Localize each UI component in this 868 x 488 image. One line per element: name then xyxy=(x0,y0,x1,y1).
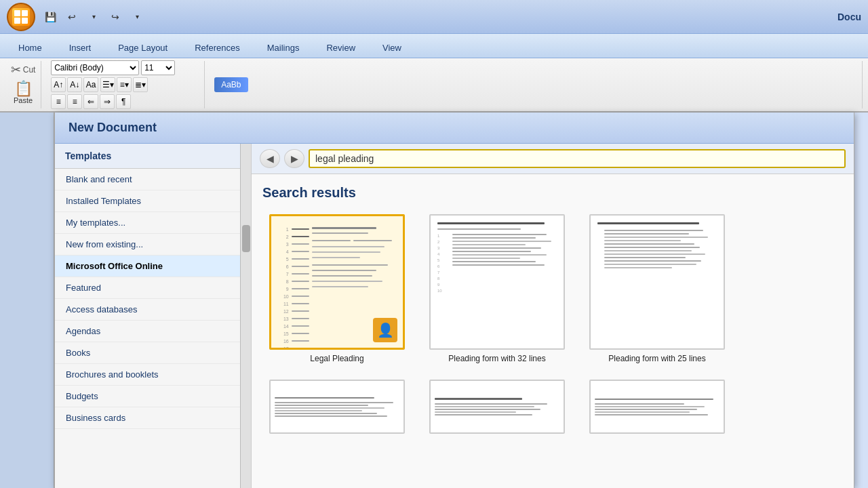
font-controls: Calibri (Body) 11 A↑ A↓ Aa ☰▾ ≡▾ ≣▾ ≡ ≡ … xyxy=(51,60,200,109)
template-card-legal-pleading[interactable]: 1 2 3 4 5 6 7 8 9 xyxy=(262,211,412,366)
align-left-button[interactable]: ≡ xyxy=(51,94,66,109)
main-area: New Document Templates Blank and recent … xyxy=(0,113,868,488)
font-name-select[interactable]: Calibri (Body) xyxy=(51,60,139,75)
template-thumb-legal-pleading: 1 2 3 4 5 6 7 8 9 xyxy=(269,214,405,350)
styles-group: AaBb xyxy=(210,61,863,108)
font-group: Calibri (Body) 11 A↑ A↓ Aa ☰▾ ≡▾ ≣▾ ≡ ≡ … xyxy=(47,61,205,108)
tab-mailings[interactable]: Mailings xyxy=(254,38,313,58)
template-thumb-5 xyxy=(429,380,565,434)
user-badge: 👤 xyxy=(373,318,397,342)
redo-button[interactable]: ↪ xyxy=(106,7,125,26)
tab-page-layout[interactable]: Page Layout xyxy=(105,38,180,58)
undo-button[interactable]: ↩ xyxy=(62,7,81,26)
clipboard-group: ✂ Cut 📋 Paste xyxy=(5,61,41,108)
template-thumb-4 xyxy=(269,380,405,434)
numbering-button[interactable]: ≡▾ xyxy=(117,77,132,92)
cut-button[interactable]: ✂ Cut xyxy=(11,62,36,77)
align-right-button[interactable]: ≡ xyxy=(67,94,82,109)
cut-label: Cut xyxy=(23,65,36,75)
paste-icon: 📋 xyxy=(14,81,33,96)
sidebar-header: Templates xyxy=(55,144,251,169)
template-card-6[interactable] xyxy=(583,377,732,436)
template-thumb-pleading-25 xyxy=(589,214,725,350)
sidebar-item-ms-online[interactable]: Microsoft Office Online xyxy=(55,256,251,277)
template-card-pleading-32[interactable]: 1 2 3 4 5 6 7 8 9 xyxy=(422,211,572,366)
sidebar-item-new-from[interactable]: New from existing... xyxy=(55,234,251,256)
document-left-margin xyxy=(0,113,54,488)
shrink-font-button[interactable]: A↓ xyxy=(67,77,82,92)
panel-title: New Document xyxy=(55,113,854,144)
font-size-buttons: A↑ A↓ Aa xyxy=(51,77,98,92)
sidebar-item-blank[interactable]: Blank and recent xyxy=(55,169,251,190)
bullets-button[interactable]: ☰▾ xyxy=(100,77,115,92)
templates-grid: 1 2 3 4 5 6 7 8 9 xyxy=(262,211,843,436)
quick-access-dropdown[interactable]: ▾ xyxy=(127,7,146,26)
sidebar-item-budgets[interactable]: Budgets xyxy=(55,386,251,407)
styles-button[interactable]: AaBb xyxy=(214,77,248,92)
tab-insert[interactable]: Insert xyxy=(56,38,104,58)
search-bar: ◀ ▶ xyxy=(252,144,854,174)
sidebar-item-my-templates[interactable]: My templates... xyxy=(55,212,251,234)
template-card-pleading-25[interactable]: Pleading form with 25 lines xyxy=(583,211,732,366)
title-bar: 💾 ↩ ▾ ↪ ▾ Docu xyxy=(0,0,868,34)
sidebar-item-installed[interactable]: Installed Templates xyxy=(55,190,251,212)
paste-button[interactable]: 📋 Paste xyxy=(9,79,37,107)
undo-dropdown-button[interactable]: ▾ xyxy=(84,7,103,26)
sidebar-item-business-cards[interactable]: Business cards xyxy=(55,407,251,429)
app-title: Docu xyxy=(837,12,861,22)
sidebar-item-brochures[interactable]: Brochures and booklets xyxy=(55,364,251,386)
indent-decrease-button[interactable]: ⇐ xyxy=(83,94,98,109)
template-thumb-6 xyxy=(589,380,725,434)
results-area: Search results 1 2 xyxy=(252,174,854,488)
sidebar-item-agendas[interactable]: Agendas xyxy=(55,321,251,342)
templates-sidebar: Templates Blank and recent Installed Tem… xyxy=(55,144,252,488)
template-card-4[interactable] xyxy=(262,377,412,436)
content-area: ◀ ▶ Search results xyxy=(252,144,854,488)
multilevel-button[interactable]: ≣▾ xyxy=(133,77,148,92)
show-formatting-button[interactable]: ¶ xyxy=(116,94,131,109)
template-label-pleading-25: Pleading form with 25 lines xyxy=(608,354,705,363)
font-size-select[interactable]: 11 xyxy=(141,60,175,75)
grow-font-button[interactable]: A↑ xyxy=(51,77,66,92)
sidebar-item-books[interactable]: Books xyxy=(55,342,251,364)
back-button[interactable]: ◀ xyxy=(260,149,280,168)
tab-home[interactable]: Home xyxy=(5,38,55,58)
forward-button[interactable]: ▶ xyxy=(284,149,304,168)
search-input[interactable] xyxy=(309,149,846,168)
template-thumb-pleading-32: 1 2 3 4 5 6 7 8 9 xyxy=(429,214,565,350)
template-label-legal-pleading: Legal Pleading xyxy=(310,354,363,363)
save-button[interactable]: 💾 xyxy=(41,7,60,26)
sidebar-item-access-db[interactable]: Access databases xyxy=(55,299,251,321)
results-title: Search results xyxy=(262,185,843,201)
new-document-panel: New Document Templates Blank and recent … xyxy=(54,113,854,488)
template-label-pleading-32: Pleading form with 32 lines xyxy=(448,354,545,363)
panel-body: Templates Blank and recent Installed Tem… xyxy=(55,144,854,488)
ribbon-tabs: Home Insert Page Layout References Maili… xyxy=(0,34,868,58)
list-buttons: ☰▾ ≡▾ ≣▾ xyxy=(100,77,148,92)
tab-review[interactable]: Review xyxy=(313,38,368,58)
office-button[interactable] xyxy=(7,3,35,31)
tab-view[interactable]: View xyxy=(370,38,414,58)
ribbon-toolbar: ✂ Cut 📋 Paste Calibri (Body) 11 A↑ A↓ Aa xyxy=(0,58,868,113)
tab-references[interactable]: References xyxy=(182,38,252,58)
quick-access-toolbar: 💾 ↩ ▾ ↪ ▾ xyxy=(41,7,146,26)
template-card-5[interactable] xyxy=(422,377,572,436)
sidebar-item-featured[interactable]: Featured xyxy=(55,277,251,299)
align-buttons: ≡ ≡ ⇐ ⇒ ¶ xyxy=(51,94,131,109)
indent-increase-button[interactable]: ⇒ xyxy=(100,94,115,109)
clear-format-button[interactable]: Aa xyxy=(83,77,98,92)
paste-label: Paste xyxy=(14,96,33,104)
